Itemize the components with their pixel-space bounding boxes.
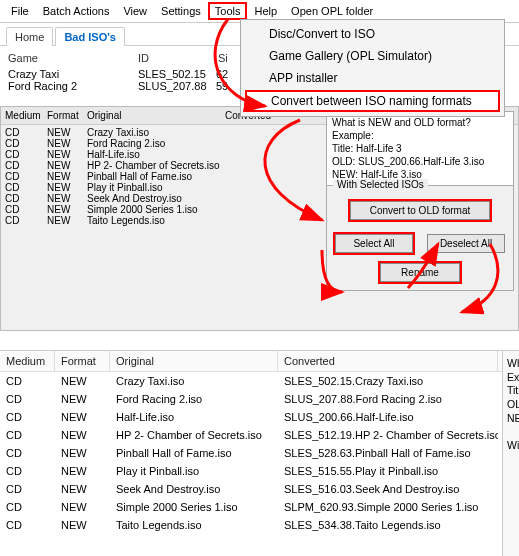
table-row[interactable]: CDNEWTaito Legends.isoSLES_534.38.Taito … — [0, 516, 502, 534]
cell-original: Play it Pinball.iso — [87, 182, 225, 193]
cell-format: NEW — [55, 390, 110, 408]
cell-original: Crazy Taxi.iso — [87, 127, 225, 138]
col-medium: Medium — [5, 110, 47, 121]
cell-medium: CD — [0, 516, 55, 534]
cell-converted — [225, 138, 315, 149]
col-original: Original — [87, 110, 225, 121]
info-line: Title: Half-Life 3 — [332, 142, 508, 155]
cell-format: NEW — [55, 444, 110, 462]
table-row[interactable]: CDNEWSimple 2000 Series 1.isoSLPM_620.93… — [0, 498, 502, 516]
col-original[interactable]: Original — [110, 351, 278, 371]
cell-format: NEW — [55, 462, 110, 480]
col-format[interactable]: Format — [55, 351, 110, 371]
tab-bad-isos[interactable]: Bad ISO's — [55, 27, 125, 46]
cell-converted — [225, 127, 315, 138]
info-line: OLD: S — [507, 398, 519, 412]
cell-converted: SLES_516.03.Seek And Destroy.iso — [278, 480, 498, 498]
info-line: Title: H — [507, 384, 519, 398]
cell-format: NEW — [55, 408, 110, 426]
menu-help[interactable]: Help — [247, 2, 284, 20]
select-all-button[interactable]: Select All — [335, 234, 413, 253]
table-row[interactable]: CDNEWHP 2- Chamber of Secrets.isoSLES_51… — [0, 426, 502, 444]
table-row[interactable]: CDNEWSeek And Destroy.isoSLES_516.03.See… — [0, 480, 502, 498]
cell-converted: SLUS_200.66.Half-Life.iso — [278, 408, 498, 426]
cell-medium: CD — [5, 171, 47, 182]
cell-medium: CD — [0, 480, 55, 498]
cell-converted: SLUS_207.88.Ford Racing 2.iso — [278, 390, 498, 408]
cell-format: NEW — [55, 516, 110, 534]
menu-batch[interactable]: Batch Actions — [36, 2, 117, 20]
menu-settings[interactable]: Settings — [154, 2, 208, 20]
dd-convert-naming[interactable]: Convert between ISO naming formats — [245, 90, 500, 112]
cell-medium: CD — [5, 204, 47, 215]
info-line: Exam — [507, 371, 519, 385]
cell-medium: CD — [5, 215, 47, 226]
cell-original: Simple 2000 Series 1.iso — [110, 498, 278, 516]
cell-id: SLUS_207.88 — [138, 80, 216, 92]
info-line: What i — [507, 357, 519, 371]
table-row[interactable]: CDNEWHalf-Life.isoSLUS_200.66.Half-Life.… — [0, 408, 502, 426]
menu-tools[interactable]: Tools — [208, 2, 248, 20]
cell-game: Ford Racing 2 — [8, 80, 138, 92]
col-converted[interactable]: Converted — [278, 351, 498, 371]
cell-original: Taito Legends.iso — [87, 215, 225, 226]
dd-disc-convert[interactable]: Disc/Convert to ISO — [241, 23, 504, 45]
cell-medium: CD — [0, 426, 55, 444]
cell-format: NEW — [55, 426, 110, 444]
cell-medium: CD — [0, 372, 55, 390]
rename-button[interactable]: Rename — [380, 263, 460, 282]
cell-converted — [225, 160, 315, 171]
cell-medium: CD — [0, 444, 55, 462]
table-row[interactable]: CDNEWFord Racing 2.isoSLUS_207.88.Ford R… — [0, 390, 502, 408]
table-row[interactable]: CDNEWPinball Hall of Fame.isoSLES_528.63… — [0, 444, 502, 462]
col-game: Game — [8, 52, 138, 64]
menu-view[interactable]: View — [116, 2, 154, 20]
cell-format: NEW — [47, 204, 87, 215]
info-box: What is NEW and OLD format? Example: Tit… — [326, 111, 514, 186]
tab-home[interactable]: Home — [6, 27, 53, 46]
cell-original: Ford Racing 2.iso — [110, 390, 278, 408]
info-line: Example: — [332, 129, 508, 142]
convert-old-button[interactable]: Convert to OLD format — [350, 201, 490, 220]
table-row[interactable]: CDNEWCrazy Taxi.isoSLES_502.15.Crazy Tax… — [0, 372, 502, 390]
cell-format: NEW — [47, 149, 87, 160]
cell-converted — [225, 215, 315, 226]
dd-game-gallery[interactable]: Game Gallery (OPL Simulator) — [241, 45, 504, 67]
cell-original: Half-Life.iso — [87, 149, 225, 160]
selected-isos-group: With Selected ISOs Convert to OLD format… — [326, 185, 514, 291]
cell-original: Crazy Taxi.iso — [110, 372, 278, 390]
cell-converted: SLES_512.19.HP 2- Chamber of Secrets.iso — [278, 426, 498, 444]
cell-format: NEW — [47, 171, 87, 182]
menu-open-opl[interactable]: Open OPL folder — [284, 2, 380, 20]
cell-converted — [225, 204, 315, 215]
cell-medium: CD — [5, 149, 47, 160]
cell-format: NEW — [47, 160, 87, 171]
cell-medium: CD — [5, 127, 47, 138]
cell-original: Simple 2000 Series 1.iso — [87, 204, 225, 215]
cell-medium: CD — [5, 182, 47, 193]
cell-format: NEW — [47, 193, 87, 204]
cell-id: SLES_502.15 — [138, 68, 216, 80]
col-format: Format — [47, 110, 87, 121]
info-line: OLD: SLUS_200.66.Half-Life 3.iso — [332, 155, 508, 168]
cell-original: Play it Pinball.iso — [110, 462, 278, 480]
cell-converted — [225, 171, 315, 182]
cell-format: NEW — [55, 480, 110, 498]
cell-converted: SLES_534.38.Taito Legends.iso — [278, 516, 498, 534]
cell-converted: SLPM_620.93.Simple 2000 Series 1.iso — [278, 498, 498, 516]
menu-file[interactable]: File — [4, 2, 36, 20]
cell-converted — [225, 193, 315, 204]
side-info-clipped: What i Exam Title: H OLD: S NEW: With S — [502, 351, 519, 556]
deselect-all-button[interactable]: Deselect All — [427, 234, 505, 253]
info-line: What is NEW and OLD format? — [332, 116, 508, 129]
cell-converted: SLES_515.55.Play it Pinball.iso — [278, 462, 498, 480]
cell-converted: SLES_502.15.Crazy Taxi.iso — [278, 372, 498, 390]
info-line: NEW: — [507, 412, 519, 426]
col-medium[interactable]: Medium — [0, 351, 55, 371]
cell-medium: CD — [0, 498, 55, 516]
cell-converted — [225, 149, 315, 160]
col-id: ID — [138, 52, 218, 64]
dd-app-installer[interactable]: APP installer — [241, 67, 504, 89]
cell-game: Crazy Taxi — [8, 68, 138, 80]
table-row[interactable]: CDNEWPlay it Pinball.isoSLES_515.55.Play… — [0, 462, 502, 480]
